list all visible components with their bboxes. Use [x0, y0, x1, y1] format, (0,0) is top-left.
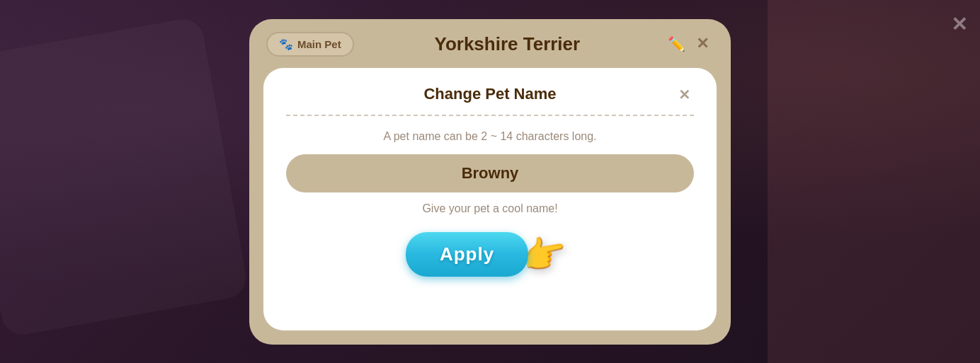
outer-close-button[interactable]: ✕: [691, 33, 714, 55]
outer-panel: 🐾 Main Pet Yorkshire Terrier ✏️ ✕ Change…: [249, 19, 731, 345]
main-pet-badge[interactable]: 🐾 Main Pet: [266, 32, 354, 57]
window-close-button[interactable]: ✕: [951, 13, 967, 36]
edit-icon[interactable]: ✏️: [668, 35, 685, 52]
modal-title: Change Pet Name: [423, 85, 556, 103]
outer-panel-header: 🐾 Main Pet Yorkshire Terrier ✏️ ✕: [249, 19, 731, 68]
panel-title: Yorkshire Terrier: [347, 33, 668, 55]
modal-header: Change Pet Name ✕: [286, 85, 694, 103]
cool-name-hint: Give your pet a cool name!: [422, 202, 557, 215]
modal-divider: [286, 115, 694, 116]
change-pet-name-modal: Change Pet Name ✕ A pet name can be 2 ~ …: [263, 68, 717, 330]
pet-name-input[interactable]: [286, 154, 694, 192]
modal-close-button[interactable]: ✕: [674, 85, 694, 105]
bg-deco-left: [0, 16, 249, 338]
apply-container: Apply 👉: [406, 232, 574, 277]
instruction-text: A pet name can be 2 ~ 14 characters long…: [383, 130, 596, 143]
paw-icon: 🐾: [279, 38, 293, 51]
bg-deco-right: [768, 0, 980, 363]
apply-button[interactable]: Apply: [406, 232, 528, 277]
main-pet-label: Main Pet: [297, 38, 341, 50]
